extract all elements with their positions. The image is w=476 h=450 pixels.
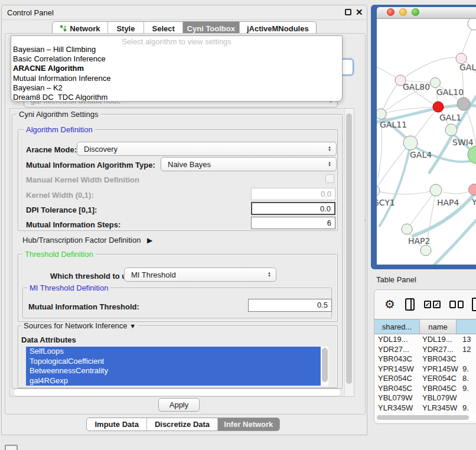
document-icon[interactable]: [472, 298, 476, 311]
table-row[interactable]: YLR345WYLR345W9.: [374, 403, 476, 413]
node-label: GCY1: [377, 198, 395, 207]
column-layout-icon[interactable]: [405, 298, 415, 311]
vertical-scrollbar-thumb[interactable]: [346, 113, 352, 384]
node-label: Y: [471, 197, 476, 207]
float-window-icon[interactable]: [345, 9, 351, 15]
checked-box-icon[interactable]: ✓: [424, 301, 431, 308]
table-panel: ⚙ ✓ ✓ shared... name YDL19...YDL19...13 …: [374, 289, 476, 424]
control-panel-title: Control Panel: [7, 8, 54, 17]
table-row[interactable]: YDR27...YDR27...12: [374, 345, 476, 355]
dropdown-hint: Select algorithm to view settings: [11, 37, 342, 45]
edge: [377, 190, 436, 194]
group-title: MI Threshold Definition: [27, 284, 110, 292]
combo-value: MI Threshold: [131, 270, 176, 279]
tab-discretize-data[interactable]: Discretize Data: [147, 418, 217, 431]
dpi-tolerance-field[interactable]: 0.0: [251, 202, 335, 215]
list-item[interactable]: TopologicalCoefficient: [26, 357, 321, 367]
mi-algorithm-type-label: Mutual Information Algorithm Type:: [26, 161, 155, 169]
tab-label: Select: [152, 24, 174, 33]
unchecked-box-icon[interactable]: [458, 301, 464, 308]
dropdown-item[interactable]: Bayesian – Hill Climbing: [11, 45, 342, 54]
column-header-shared[interactable]: shared...: [374, 319, 420, 334]
which-threshold-combo[interactable]: MI Threshold ▲▼: [124, 268, 276, 282]
network-node[interactable]: [468, 19, 476, 30]
table-row[interactable]: YPR145WYPR145W9.: [374, 364, 476, 374]
unchecked-box-icon[interactable]: [449, 301, 456, 308]
edge: [400, 57, 461, 80]
network-canvas[interactable]: GAL GAL80 GAL10 GAL1 GAL11 SWI4 GAL4 GCY…: [377, 19, 476, 265]
aracne-mode-combo[interactable]: Discovery ▲▼: [77, 142, 337, 156]
control-panel-titlebar: [1, 5, 367, 20]
network-node[interactable]: [469, 184, 476, 195]
table-row[interactable]: YBR045CYBR045C9.: [374, 384, 476, 394]
apply-label: Apply: [169, 400, 189, 409]
dropdown-item[interactable]: Dream8 DC_TDC Algorithm: [11, 93, 342, 102]
table-panel-title: Table Panel: [376, 275, 416, 284]
network-node[interactable]: [430, 184, 442, 196]
node-label: GAL4: [410, 150, 432, 159]
dropdown-item-selected[interactable]: ARACNE Algorithm: [11, 64, 342, 73]
network-node[interactable]: [431, 78, 441, 88]
hub-definition-expander[interactable]: Hub/Transcription Factor Definition ▶: [22, 236, 152, 244]
column-header-name[interactable]: name: [420, 319, 457, 334]
data-attributes-label: Data Attributes: [21, 335, 76, 344]
network-node[interactable]: [402, 224, 412, 234]
node-label: HAP2: [408, 236, 430, 246]
dropdown-item[interactable]: Basic Correlation Inference: [11, 54, 342, 64]
zoom-traffic-light[interactable]: [412, 8, 419, 16]
close-icon[interactable]: ✕: [356, 7, 363, 18]
mi-threshold-field[interactable]: 0.5: [248, 299, 332, 312]
mi-steps-field[interactable]: 6: [251, 217, 335, 229]
algorithm-dropdown: Select algorithm to view settings Bayesi…: [11, 35, 343, 102]
gear-icon[interactable]: ⚙: [384, 297, 395, 311]
collapse-arrow-icon: ▼: [129, 322, 136, 330]
table-toolbar: ⚙ ✓ ✓: [374, 290, 476, 318]
sources-group-title[interactable]: Sources for Network Inference ▼: [21, 322, 138, 330]
node-label: GAL1: [439, 113, 461, 122]
network-node[interactable]: [445, 124, 457, 136]
apply-button[interactable]: Apply: [158, 398, 200, 412]
table-header: shared... name: [374, 319, 476, 334]
kernel-width-field[interactable]: 0.0: [251, 188, 335, 200]
node-label: HAP4: [437, 198, 459, 207]
network-node[interactable]: [403, 136, 418, 150]
mi-algorithm-type-combo[interactable]: Naive Bayes ▲▼: [161, 157, 337, 171]
list-item[interactable]: gal4RGexp: [26, 376, 321, 386]
list-item[interactable]: SelfLoops: [26, 347, 321, 357]
manual-kernel-width-label: Manual Kernel Width Definition: [26, 175, 139, 184]
edge: [407, 190, 436, 229]
close-traffic-light[interactable]: [387, 8, 395, 16]
network-graph: GAL GAL80 GAL10 GAL1 GAL11 SWI4 GAL4 GCY…: [377, 19, 476, 265]
splitter-handle-icon[interactable]: ›: [364, 217, 366, 223]
dropdown-item[interactable]: Bayesian – K2: [11, 83, 342, 93]
checked-box-icon[interactable]: ✓: [433, 301, 440, 308]
data-attributes-list: SelfLoops TopologicalCoefficient Between…: [26, 347, 328, 386]
table-row[interactable]: YER054CYER054C8.: [374, 374, 476, 384]
column-header-extra[interactable]: [457, 319, 476, 334]
tab-infer-network[interactable]: Infer Network: [218, 418, 279, 431]
corner-widget-icon[interactable]: [5, 445, 18, 450]
horizontal-scrollbar[interactable]: [13, 389, 341, 396]
table-horizontal-scrollbar[interactable]: [374, 414, 476, 421]
list-item[interactable]: BetweennessCentrality: [26, 366, 321, 376]
network-node[interactable]: [377, 185, 380, 196]
network-node[interactable]: [433, 102, 444, 112]
group-title: Algorithm Definition: [24, 126, 95, 133]
table-row[interactable]: YDL19...YDL19...13: [374, 335, 476, 345]
network-node[interactable]: [377, 109, 386, 119]
tab-impute-data[interactable]: Impute Data: [87, 418, 147, 431]
dropdown-item[interactable]: Mutual Information Inference: [11, 74, 342, 83]
table-hscroll-thumb[interactable]: [377, 415, 469, 420]
table-row[interactable]: YBL079WYBL079W: [374, 393, 476, 403]
network-node[interactable]: [420, 245, 431, 256]
network-node[interactable]: [457, 97, 470, 110]
tab-label: Infer Network: [224, 420, 273, 429]
minimize-traffic-light[interactable]: [399, 8, 407, 16]
spinner-icon: ▲▼: [325, 146, 336, 152]
manual-kernel-width-checkbox[interactable]: [325, 174, 334, 183]
table-row[interactable]: YBR043CYBR043C: [374, 354, 476, 364]
table-body: YDL19...YDL19...13 YDR27...YDR27...12 YB…: [374, 335, 476, 414]
aracne-mode-label: Aracne Mode:: [26, 145, 77, 154]
kernel-width-label: Kernel Width (0,1):: [26, 191, 94, 200]
list-scrollbar-thumb[interactable]: [322, 348, 328, 382]
